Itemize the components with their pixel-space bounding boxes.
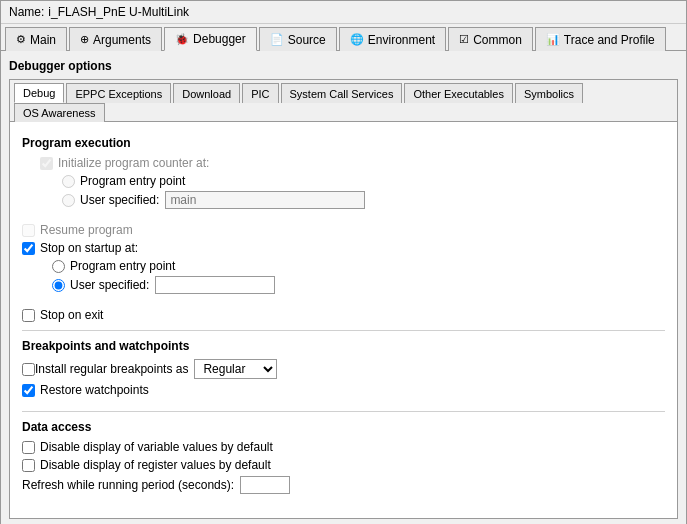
arguments-icon: ⊕ bbox=[80, 33, 89, 46]
title-bar: Name: i_FLASH_PnE U-MultiLink bbox=[1, 1, 686, 24]
init-program-counter-row: Initialize program counter at: bbox=[40, 156, 665, 170]
tab-common[interactable]: ☑ Common bbox=[448, 27, 533, 51]
main-window: Name: i_FLASH_PnE U-MultiLink ⚙ Main ⊕ A… bbox=[0, 0, 687, 524]
stop-on-startup-row: Stop on startup at: bbox=[22, 241, 665, 255]
top-tabs: ⚙ Main ⊕ Arguments 🐞 Debugger 📄 Source 🌐… bbox=[1, 24, 686, 51]
inner-tab-download-label: Download bbox=[182, 88, 231, 100]
stop-on-startup-checkbox[interactable] bbox=[22, 242, 35, 255]
tab-debugger-label: Debugger bbox=[193, 32, 246, 46]
stop-on-exit-row: Stop on exit bbox=[22, 308, 665, 322]
startup-user-specified-radio[interactable] bbox=[52, 279, 65, 292]
title-value: i_FLASH_PnE U-MultiLink bbox=[48, 5, 189, 19]
tab-source[interactable]: 📄 Source bbox=[259, 27, 337, 51]
inner-tab-other-exec-label: Other Executables bbox=[413, 88, 504, 100]
tab-debugger[interactable]: 🐞 Debugger bbox=[164, 27, 257, 51]
install-regular-select[interactable]: Regular Hardware bbox=[194, 359, 277, 379]
breakpoints-label: Breakpoints and watchpoints bbox=[22, 339, 665, 353]
resume-program-label: Resume program bbox=[40, 223, 133, 237]
tab-arguments[interactable]: ⊕ Arguments bbox=[69, 27, 162, 51]
startup-entry-point-radio-row: Program entry point bbox=[52, 259, 665, 273]
init-program-counter-checkbox[interactable] bbox=[40, 157, 53, 170]
inner-tab-eppc[interactable]: EPPC Exceptions bbox=[66, 83, 171, 103]
tab-trace-profile-label: Trace and Profile bbox=[564, 33, 655, 47]
divider-2 bbox=[22, 411, 665, 412]
program-execution-group: Program execution Initialize program cou… bbox=[22, 136, 665, 209]
breakpoints-group: Breakpoints and watchpoints Install regu… bbox=[22, 339, 665, 397]
user-specified-disabled-row: User specified: bbox=[62, 191, 665, 209]
inner-tab-debug[interactable]: Debug bbox=[14, 83, 64, 103]
tab-main[interactable]: ⚙ Main bbox=[5, 27, 67, 51]
debug-tab-content: Program execution Initialize program cou… bbox=[10, 122, 677, 518]
inner-tab-pic[interactable]: PIC bbox=[242, 83, 278, 103]
divider-1 bbox=[22, 330, 665, 331]
init-program-counter-label: Initialize program counter at: bbox=[58, 156, 209, 170]
content-area: Debugger options Debug EPPC Exceptions D… bbox=[1, 51, 686, 524]
debugger-options-title: Debugger options bbox=[9, 59, 678, 73]
inner-tab-pic-label: PIC bbox=[251, 88, 269, 100]
tab-environment-label: Environment bbox=[368, 33, 435, 47]
inner-tabs: Debug EPPC Exceptions Download PIC Syste… bbox=[10, 80, 677, 122]
program-entry-point-radio-label: Program entry point bbox=[80, 174, 185, 188]
tab-environment[interactable]: 🌐 Environment bbox=[339, 27, 446, 51]
common-icon: ☑ bbox=[459, 33, 469, 46]
inner-tab-eppc-label: EPPC Exceptions bbox=[75, 88, 162, 100]
source-icon: 📄 bbox=[270, 33, 284, 46]
title-label: Name: bbox=[9, 5, 44, 19]
inner-panel: Debug EPPC Exceptions Download PIC Syste… bbox=[9, 79, 678, 519]
inner-tab-other-exec[interactable]: Other Executables bbox=[404, 83, 513, 103]
refresh-period-row: Refresh while running period (seconds): … bbox=[22, 476, 665, 494]
trace-icon: 📊 bbox=[546, 33, 560, 46]
program-execution-label: Program execution bbox=[22, 136, 665, 150]
install-regular-checkbox[interactable] bbox=[22, 363, 35, 376]
inner-tab-download[interactable]: Download bbox=[173, 83, 240, 103]
debugger-icon: 🐞 bbox=[175, 33, 189, 46]
startup-entry-point-label: Program entry point bbox=[70, 259, 175, 273]
main-icon: ⚙ bbox=[16, 33, 26, 46]
data-access-label: Data access bbox=[22, 420, 665, 434]
environment-icon: 🌐 bbox=[350, 33, 364, 46]
inner-tab-syscall[interactable]: System Call Services bbox=[281, 83, 403, 103]
install-regular-row: Install regular breakpoints as Regular H… bbox=[22, 359, 665, 379]
user-specified-disabled-input[interactable] bbox=[165, 191, 365, 209]
disable-variable-row: Disable display of variable values by de… bbox=[22, 440, 665, 454]
restore-watchpoints-checkbox[interactable] bbox=[22, 384, 35, 397]
startup-user-specified-radio-row: User specified: main bbox=[52, 276, 665, 294]
stop-on-exit-label: Stop on exit bbox=[40, 308, 103, 322]
startup-user-specified-label: User specified: bbox=[70, 278, 149, 292]
user-specified-disabled-radio[interactable] bbox=[62, 194, 75, 207]
disable-register-label: Disable display of register values by de… bbox=[40, 458, 271, 472]
tab-main-label: Main bbox=[30, 33, 56, 47]
resume-program-checkbox[interactable] bbox=[22, 224, 35, 237]
disable-variable-checkbox[interactable] bbox=[22, 441, 35, 454]
disable-variable-label: Disable display of variable values by de… bbox=[40, 440, 273, 454]
stop-on-startup-label: Stop on startup at: bbox=[40, 241, 138, 255]
stop-on-startup-group: Stop on startup at: Program entry point … bbox=[22, 241, 665, 294]
inner-tab-symbolics-label: Symbolics bbox=[524, 88, 574, 100]
inner-tab-syscall-label: System Call Services bbox=[290, 88, 394, 100]
disable-register-row: Disable display of register values by de… bbox=[22, 458, 665, 472]
stop-on-exit-checkbox[interactable] bbox=[22, 309, 35, 322]
refresh-period-label: Refresh while running period (seconds): bbox=[22, 478, 234, 492]
startup-user-specified-input[interactable]: main bbox=[155, 276, 275, 294]
tab-trace-profile[interactable]: 📊 Trace and Profile bbox=[535, 27, 666, 51]
program-entry-point-radio-row: Program entry point bbox=[62, 174, 665, 188]
data-access-group: Data access Disable display of variable … bbox=[22, 420, 665, 494]
install-regular-label: Install regular breakpoints as bbox=[35, 362, 188, 376]
restore-watchpoints-label: Restore watchpoints bbox=[40, 383, 149, 397]
inner-tab-debug-label: Debug bbox=[23, 87, 55, 99]
startup-entry-point-radio[interactable] bbox=[52, 260, 65, 273]
resume-program-row: Resume program bbox=[22, 223, 665, 237]
user-specified-disabled-label: User specified: bbox=[80, 193, 159, 207]
restore-watchpoints-row: Restore watchpoints bbox=[22, 383, 665, 397]
disable-register-checkbox[interactable] bbox=[22, 459, 35, 472]
tab-source-label: Source bbox=[288, 33, 326, 47]
inner-tab-os-awareness[interactable]: OS Awareness bbox=[14, 103, 105, 122]
refresh-period-input[interactable]: 2.0 bbox=[240, 476, 290, 494]
inner-tab-os-awareness-label: OS Awareness bbox=[23, 107, 96, 119]
tab-common-label: Common bbox=[473, 33, 522, 47]
inner-tab-symbolics[interactable]: Symbolics bbox=[515, 83, 583, 103]
program-entry-point-radio[interactable] bbox=[62, 175, 75, 188]
tab-arguments-label: Arguments bbox=[93, 33, 151, 47]
